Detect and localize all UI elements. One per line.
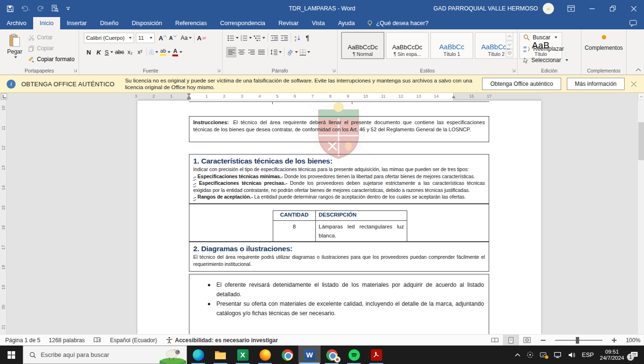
align-center-button[interactable] [236, 47, 246, 57]
numbered-list-button[interactable]: 123 [240, 33, 253, 43]
feedback-button[interactable] [622, 17, 644, 29]
strikethrough-button[interactable]: abc [114, 47, 125, 57]
minimize-button[interactable] [581, 0, 602, 17]
tab-correspondencia[interactable]: Correspondencia [214, 17, 272, 29]
zoom-slider-thumb[interactable] [576, 337, 579, 344]
action-center-button[interactable]: 1 [630, 351, 638, 359]
right-indent-marker[interactable] [452, 95, 456, 98]
tab-disposicion[interactable]: Disposición [125, 17, 169, 29]
shading-button[interactable] [286, 47, 299, 57]
keyboard-language[interactable]: ESP [582, 352, 594, 358]
print-preview-icon[interactable] [51, 5, 59, 12]
account-avatar[interactable] [543, 3, 554, 14]
scroll-up-button[interactable] [638, 93, 644, 100]
styles-gallery-more[interactable] [506, 49, 513, 57]
styles-scroll-up[interactable] [506, 32, 513, 40]
line-spacing-button[interactable] [269, 47, 283, 57]
replace-button[interactable]: abac Reemplazar [523, 44, 564, 54]
taskbar-edge[interactable] [187, 346, 209, 364]
style-no-spacing[interactable]: AaBbCcDc¶ Sin espa... [386, 32, 429, 59]
show-marks-button[interactable]: ¶ [303, 33, 313, 43]
superscript-button[interactable]: x² [135, 47, 145, 57]
taskbar-search[interactable] [23, 346, 187, 364]
left-indent-marker[interactable] [187, 98, 191, 100]
tray-clock[interactable]: 09:51 24/7/2024 [600, 349, 624, 361]
taskbar-explorer[interactable] [209, 346, 232, 364]
find-button[interactable]: Buscar [523, 33, 557, 42]
tab-referencias[interactable]: Referencias [169, 17, 214, 29]
text-effects-button[interactable]: A [148, 47, 159, 57]
font-dialog-launcher[interactable] [216, 68, 221, 73]
taskbar-acrobat[interactable] [365, 346, 387, 364]
collapse-ribbon-button[interactable] [635, 68, 641, 72]
highlight-button[interactable]: ab [159, 47, 171, 57]
scrollbar-thumb[interactable] [638, 122, 644, 160]
italic-button[interactable]: K [94, 47, 104, 57]
web-layout-button[interactable] [519, 335, 535, 346]
justify-button[interactable] [256, 47, 266, 57]
paragraph-dialog-launcher[interactable] [331, 68, 336, 73]
save-icon[interactable] [7, 5, 14, 12]
vertical-scrollbar[interactable] [637, 93, 644, 334]
proofing-status-icon[interactable] [93, 337, 101, 343]
tab-insertar[interactable]: Insertar [60, 17, 93, 29]
network-icon[interactable] [554, 352, 562, 358]
underline-button[interactable]: S [104, 47, 114, 57]
search-highlight-image[interactable] [160, 346, 186, 364]
styles-dialog-launcher[interactable] [511, 68, 516, 73]
clipboard-dialog-launcher[interactable] [72, 68, 77, 73]
taskbar-excel[interactable]: X [232, 346, 254, 364]
style-heading1[interactable]: AaBbCcTítulo 1 [430, 32, 473, 59]
get-office-button[interactable]: Obtenga Office auténtico [482, 78, 561, 90]
sort-button[interactable]: AZ [293, 33, 303, 43]
close-button[interactable] [623, 0, 644, 17]
grow-font-button[interactable]: A [158, 33, 168, 43]
tab-vista[interactable]: Vista [305, 17, 331, 29]
font-size-select[interactable]: 11 [136, 33, 155, 43]
clear-formatting-button[interactable]: A [196, 33, 207, 43]
subscript-button[interactable]: x₂ [125, 47, 135, 57]
borders-button[interactable] [299, 47, 311, 57]
zoom-level[interactable]: 100% [622, 337, 644, 344]
tab-inicio[interactable]: Inicio [33, 17, 60, 29]
font-color-button[interactable]: A [171, 47, 183, 57]
font-family-select[interactable]: Calibri (Cuerpo) [84, 33, 134, 43]
taskbar-chrome-profile[interactable] [321, 346, 343, 364]
tab-archivo[interactable]: Archivo [0, 17, 33, 29]
taskbar-chrome[interactable] [276, 346, 298, 364]
cut-button[interactable]: Cortar [28, 33, 53, 42]
taskbar-firefox[interactable] [254, 346, 276, 364]
volume-icon[interactable] [568, 352, 576, 358]
tab-revisar[interactable]: Revisar [272, 17, 305, 29]
document-page[interactable]: Instrucciones: El técnico del área requi… [137, 100, 541, 334]
word-count[interactable]: 1268 palabras [49, 337, 85, 344]
tab-diseno[interactable]: Diseño [93, 17, 125, 29]
copy-button[interactable]: Copiar [28, 44, 54, 53]
tell-me-box[interactable]: ¿Qué desea hacer? [361, 17, 434, 29]
redo-icon[interactable] [37, 5, 44, 12]
read-mode-button[interactable] [487, 335, 503, 346]
paste-button[interactable]: Pegar [4, 32, 26, 68]
bullet-list-button[interactable] [226, 33, 240, 43]
shrink-font-button[interactable]: A [168, 33, 178, 43]
zoom-slider[interactable] [555, 340, 602, 341]
select-button[interactable]: Seleccionar [523, 55, 568, 65]
taskbar-word-active[interactable]: W [298, 346, 321, 364]
multilevel-list-button[interactable] [253, 33, 266, 43]
change-case-button[interactable]: Aa [179, 33, 193, 43]
addins-button-label[interactable]: Complementos [581, 45, 626, 51]
taskbar-spotify[interactable] [343, 346, 365, 364]
addins-button[interactable] [581, 35, 626, 39]
zoom-in-button[interactable] [606, 335, 622, 346]
customize-qat-icon[interactable] [66, 7, 71, 11]
restore-button[interactable] [602, 0, 623, 17]
search-input[interactable] [41, 351, 150, 358]
styles-scroll-down[interactable] [506, 41, 513, 49]
tray-update-icon[interactable] [540, 352, 547, 358]
tab-ayuda[interactable]: Ayuda [331, 17, 361, 29]
start-button[interactable] [0, 346, 23, 364]
undo-icon[interactable] [21, 5, 30, 12]
accessibility-status[interactable]: Accesibilidad: es necesario investigar [166, 337, 278, 344]
align-left-button[interactable] [226, 47, 236, 57]
style-normal[interactable]: AaBbCcDc¶ Normal [341, 32, 384, 59]
